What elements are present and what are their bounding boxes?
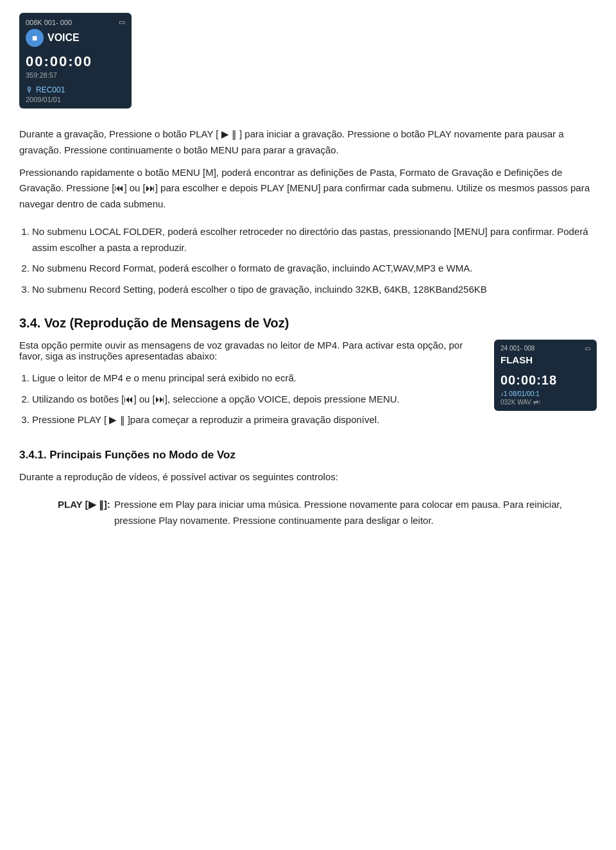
controls-section: PLAY [▶ ‖]: Pressione em Play para inici… (58, 497, 597, 529)
mic-small-icon: 🎙 (26, 85, 33, 94)
device-screen-2: 24 001- 008 ▭ FLASH 00:00:18 ♪1 08/01/00… (494, 340, 597, 411)
step-2: Utilizando os botões [⏮] ou [⏭], selecci… (32, 392, 479, 408)
device2-filename: ♪1 08/01/00:1 (501, 390, 590, 397)
device2-formats: 032K WAV ⇄↑ (501, 399, 590, 406)
play-row-1: PLAY [▶ ‖]: Pressione em Play para inici… (58, 497, 597, 529)
sub-intro: Durante a reprodução de vídeos, é possív… (19, 469, 597, 485)
paragraph-2: Pressionando rapidamente o botão MENU [M… (19, 165, 597, 212)
mic-icon: ■ (26, 29, 44, 47)
device-top-icons: ▭ (119, 18, 125, 26)
submenu-list: No submenu LOCAL FOLDER, poderá escolher… (32, 224, 597, 298)
battery2-icon: ▭ (585, 345, 590, 352)
section-341-heading: 3.4.1. Principais Funções no Modo de Voz (19, 449, 597, 462)
steps-list: Ligue o leitor de MP4 e o menu principal… (32, 370, 479, 428)
list-item-2: No submenu Record Format, poderá escolhe… (32, 261, 597, 277)
section-34-heading: 3.4. Voz (Reprodução de Mensagens de Voz… (19, 316, 597, 331)
step-3: Pressione PLAY [ ▶ ‖ ]para começar a rep… (32, 412, 479, 428)
device-remaining: 359:28:57 (26, 71, 125, 79)
section-34-text: Esta opção permite ouvir as mensagens de… (19, 340, 479, 433)
step-1: Ligue o leitor de MP4 e o menu principal… (32, 370, 479, 386)
device-top-bar: 008K 001- 000 ▭ (26, 18, 125, 26)
list-item-3: No submenu Record Setting, poderá escolh… (32, 282, 597, 298)
list-item-1: No submenu LOCAL FOLDER, poderá escolher… (32, 224, 597, 256)
device2-top-bar: 24 001- 008 ▭ (501, 345, 590, 352)
device2-title: FLASH (501, 354, 590, 365)
device-timer: 00:00:00 (26, 53, 125, 70)
section-34-body: Esta opção permite ouvir as mensagens de… (19, 340, 597, 433)
device-title: ■ VOICE (26, 29, 125, 47)
battery-icon: ▭ (119, 18, 125, 26)
intro-section: Durante a gravação, Pressione o botão PL… (19, 126, 597, 212)
play-key-label: PLAY [▶ ‖]: (58, 497, 109, 529)
device-screen-1: 008K 001- 000 ▭ ■ VOICE 00:00:00 359:28:… (19, 13, 132, 108)
paragraph-1: Durante a gravação, Pressione o botão PL… (19, 126, 597, 159)
play-description: Pressione em Play para iniciar uma músic… (114, 497, 597, 529)
device-date: 2009/01/01 (26, 96, 125, 103)
device-filename: 🎙 REC001 (26, 85, 125, 94)
device2-timer: 00:00:18 (501, 373, 590, 388)
device-top-info: 008K 001- 000 (26, 19, 72, 26)
section-34-intro: Esta opção permite ouvir as mensagens de… (19, 340, 479, 361)
